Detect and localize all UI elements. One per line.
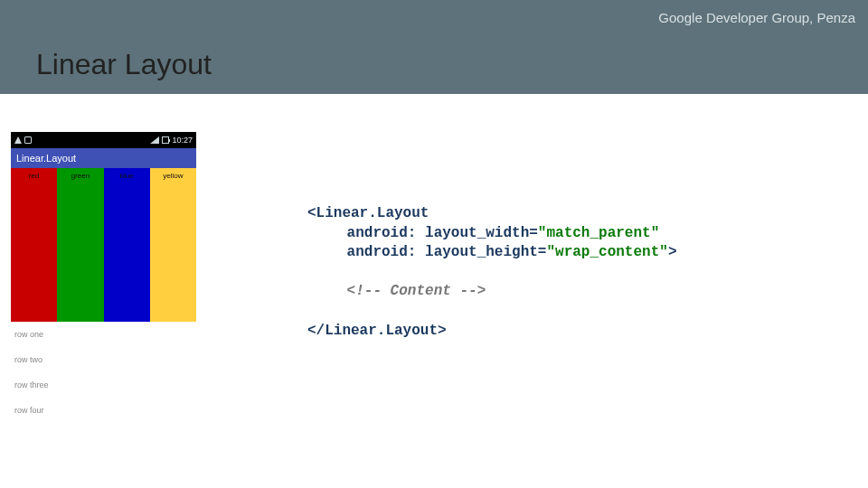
code-attr-value: "wrap_content" (546, 244, 667, 260)
status-time: 10:27 (172, 136, 193, 145)
color-block-blue (104, 183, 150, 322)
list-item: row three (11, 372, 196, 398)
text-rows: row one row two row three row four (11, 322, 196, 423)
battery-icon (162, 136, 169, 144)
notification-icon (24, 136, 32, 144)
color-block-yellow (150, 183, 196, 322)
code-comment: <!-- Content --> (347, 283, 486, 299)
list-item: row two (11, 347, 196, 372)
code-end-tag: </Linear.Layout> (307, 323, 447, 339)
android-app-bar: Linear.Layout (11, 148, 196, 168)
code-attr-name: android: layout_width= (347, 225, 538, 241)
color-block-row (11, 183, 196, 322)
slide-title: Linear Layout (36, 48, 212, 81)
list-item: row four (11, 398, 196, 423)
app-title: Linear.Layout (16, 153, 76, 164)
color-cell-blue: blue (104, 168, 150, 183)
color-block-green (57, 183, 103, 322)
code-close-angle: > (668, 244, 677, 260)
code-attr-value: "match_parent" (538, 225, 659, 241)
color-cell-red: red (11, 168, 57, 183)
slide-header: Google Developer Group, Penza (0, 0, 868, 34)
code-open-tag: <Linear.Layout (307, 205, 429, 221)
notification-icon (14, 136, 22, 144)
slide-title-bar: Linear Layout (0, 34, 868, 94)
code-snippet: <Linear.Layout android: layout_width="ma… (307, 204, 676, 341)
android-status-bar: 10:27 (11, 132, 196, 148)
color-cell-green: green (57, 168, 103, 183)
color-block-red (11, 183, 57, 322)
slide-content: 10:27 Linear.Layout red green blue yello… (0, 94, 868, 488)
color-cell-yellow: yellow (150, 168, 196, 183)
brand-text: Google Developer Group, Penza (658, 10, 855, 25)
signal-icon (150, 136, 159, 144)
list-item: row one (11, 322, 196, 347)
color-label-row: red green blue yellow (11, 168, 196, 183)
code-attr-name: android: layout_height= (347, 244, 547, 260)
phone-mockup: 10:27 Linear.Layout red green blue yello… (11, 132, 196, 423)
